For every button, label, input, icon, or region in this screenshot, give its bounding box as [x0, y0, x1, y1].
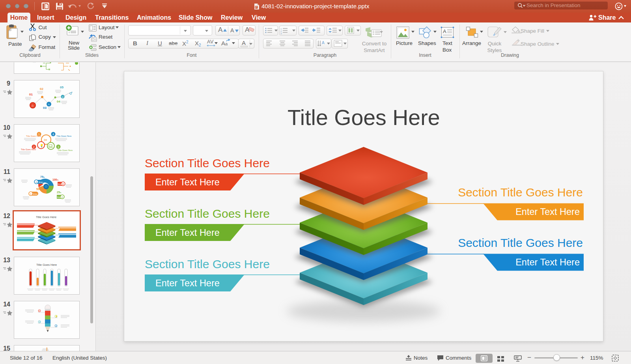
svg-text:3: 3 — [280, 32, 282, 35]
svg-text:Section Title Goes Here: Section Title Goes Here — [458, 236, 583, 249]
svg-text:Enter: Enter — [57, 196, 62, 198]
svg-text:75%: 75% — [40, 175, 45, 178]
svg-text:Title Goes Here: Title Goes Here — [58, 149, 73, 151]
svg-text:Enter Text Here: Enter Text Here — [515, 257, 580, 267]
svg-text:D: D — [62, 196, 63, 198]
svg-text:Enter: Enter — [39, 181, 43, 183]
svg-text:Section Title Goes Here: Section Title Goes Here — [145, 207, 270, 220]
svg-text:A: A — [443, 28, 446, 34]
svg-text:Section Title Goes Here: Section Title Goes Here — [145, 157, 270, 170]
svg-text:Enter: Enter — [58, 183, 62, 185]
svg-text:Enter Text Here: Enter Text Here — [155, 278, 220, 288]
svg-text:Enter Text Here: Enter Text Here — [155, 177, 220, 187]
svg-text:25%: 25% — [57, 191, 62, 194]
svg-text:50%: 50% — [36, 188, 41, 190]
svg-text:2: 2 — [33, 146, 35, 148]
svg-text:💡: 💡 — [40, 144, 44, 147]
svg-text:💡: 💡 — [56, 315, 58, 317]
svg-text:Enter Text Here: Enter Text Here — [515, 207, 580, 217]
svg-text:Title Goes Here: Title Goes Here — [26, 135, 41, 137]
svg-text:✄: ✄ — [65, 62, 67, 63]
svg-text:Title Goes Here: Title Goes Here — [36, 215, 56, 219]
svg-text:⚙: ⚙ — [62, 95, 64, 98]
svg-text:Title Goes Here: Title Goes Here — [287, 105, 440, 130]
svg-text:04: 04 — [57, 100, 60, 103]
svg-text:02: 02 — [40, 87, 43, 91]
svg-text:Section Title Goes Here: Section Title Goes Here — [145, 258, 270, 271]
svg-text:4: 4 — [52, 133, 54, 136]
svg-text:03: 03 — [43, 106, 47, 110]
svg-text:⚙: ⚙ — [56, 325, 57, 327]
svg-text:⚗: ⚗ — [39, 321, 41, 323]
svg-text:B: B — [62, 183, 64, 185]
svg-text:A: A — [35, 181, 37, 183]
svg-text:Enter Text Here: Enter Text Here — [155, 228, 220, 238]
svg-text:C: C — [30, 192, 32, 195]
svg-text:Title Goes Here: Title Goes Here — [56, 135, 71, 137]
svg-text:Title Goes Here: Title Goes Here — [36, 263, 57, 267]
svg-text:01: 01 — [29, 93, 33, 96]
svg-text:♺: ♺ — [32, 105, 34, 107]
svg-text:3: 3 — [58, 146, 59, 148]
svg-text:✎: ✎ — [48, 103, 50, 106]
svg-text:✂: ✂ — [44, 138, 47, 142]
svg-text:Title Goes Here: Title Goes Here — [21, 148, 36, 151]
svg-text:Section Title Goes Here: Section Title Goes Here — [458, 186, 583, 199]
svg-text:⚀: ⚀ — [39, 310, 40, 312]
svg-text:05: 05 — [60, 86, 63, 89]
svg-text:A: A — [322, 41, 325, 45]
svg-text:100%: 100% — [52, 178, 59, 181]
svg-text:Enter: Enter — [33, 193, 37, 195]
